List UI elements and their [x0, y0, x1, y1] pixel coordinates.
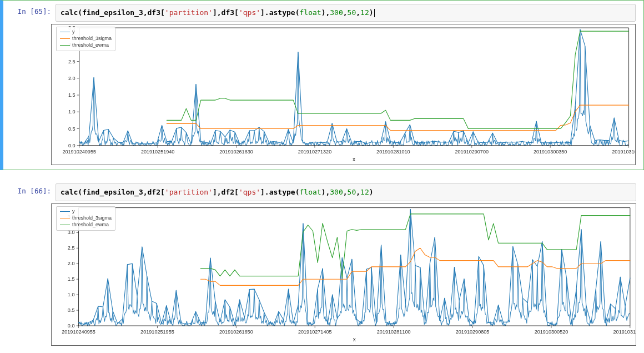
code-token: 'qps': [239, 8, 260, 17]
svg-text:2.0: 2.0: [68, 261, 75, 266]
svg-text:2.5: 2.5: [68, 59, 76, 64]
svg-text:x: x: [353, 156, 355, 162]
svg-text:201910310315: 201910310315: [613, 329, 636, 335]
code-token: float: [300, 188, 321, 196]
legend-swatch: [60, 225, 70, 225]
svg-text:1.5: 1.5: [68, 92, 76, 98]
notebook-cell[interactable]: In [66]:calc(find_epsilon_3,df2['partiti…: [0, 180, 644, 350]
code-token: 'partition': [165, 188, 213, 196]
svg-text:0.5: 0.5: [68, 307, 75, 313]
svg-text:201910261630: 201910261630: [219, 149, 253, 155]
legend-swatch: [60, 45, 70, 46]
legend-swatch: [60, 32, 70, 32]
svg-text:0.0: 0.0: [68, 143, 76, 148]
legend-swatch: [60, 218, 70, 218]
legend-label: threshold_ewma: [72, 221, 109, 228]
code-input[interactable]: calc(find_epsilon_3,df2['partition'],df2…: [56, 183, 636, 201]
legend-label: y: [72, 208, 75, 215]
code-token: ],df3[: [213, 8, 239, 17]
code-token: ): [369, 188, 374, 196]
svg-text:201910251940: 201910251940: [141, 149, 174, 155]
code-token: 'qps': [239, 188, 260, 196]
code-token: ),: [321, 8, 330, 17]
legend-swatch: [60, 211, 70, 212]
legend-label: threshold_3sigma: [72, 215, 112, 221]
svg-text:201910271320: 201910271320: [298, 149, 331, 155]
svg-text:x: x: [353, 336, 356, 342]
svg-text:201910240955: 201910240955: [62, 149, 95, 155]
legend-item: threshold_ewma: [60, 221, 112, 228]
chart-legend: ythreshold_3sigmathreshold_ewma: [56, 27, 115, 51]
notebook-cell[interactable]: In [65]:calc(find_epsilon_3,df3['partiti…: [0, 0, 644, 170]
legend-label: threshold_3sigma: [72, 35, 112, 42]
legend-item: threshold_3sigma: [60, 215, 112, 221]
svg-text:0.0: 0.0: [68, 323, 75, 329]
code-token: ].astype(: [260, 8, 299, 17]
svg-text:2.0: 2.0: [68, 76, 76, 81]
code-token: ),: [321, 188, 330, 196]
legend-item: y: [60, 28, 112, 35]
svg-text:1.0: 1.0: [68, 109, 76, 115]
svg-text:201910310200: 201910310200: [612, 149, 635, 155]
svg-text:201910261650: 201910261650: [219, 329, 253, 335]
legend-label: y: [72, 28, 75, 35]
code-token: ): [369, 8, 374, 17]
code-token: ,: [356, 188, 360, 196]
legend-item: threshold_ewma: [60, 42, 112, 48]
legend-label: threshold_ewma: [72, 42, 109, 48]
svg-text:201910290700: 201910290700: [455, 149, 489, 155]
cell-prompt: In [66]:: [3, 183, 56, 195]
code-token: calc(find_epsilon_3,df2[: [61, 188, 165, 196]
svg-text:201910251955: 201910251955: [140, 329, 174, 335]
svg-text:201910300350: 201910300350: [534, 149, 567, 155]
code-token: ],df2[: [213, 188, 239, 196]
code-token: calc(find_epsilon_3,df3[: [61, 8, 165, 17]
chart-legend: ythreshold_3sigmathreshold_ewma: [56, 206, 115, 231]
svg-text:201910300520: 201910300520: [535, 329, 568, 335]
svg-text:201910290805: 201910290805: [456, 329, 490, 335]
code-input[interactable]: calc(find_epsilon_3,df3['partition'],df3…: [56, 4, 636, 22]
code-token: ,: [343, 188, 348, 196]
code-token: 12: [360, 8, 369, 17]
chart-output: 0.00.51.01.52.02.53.03.52019102409552019…: [51, 203, 636, 346]
code-token: 50: [348, 188, 356, 196]
legend-swatch: [60, 38, 70, 39]
svg-text:0.5: 0.5: [68, 126, 76, 132]
svg-text:1.5: 1.5: [68, 276, 75, 282]
chart-output: 0.00.51.01.52.02.53.03.52019102409552019…: [51, 24, 636, 165]
code-token: 50: [348, 8, 356, 17]
code-token: ].astype(: [260, 188, 299, 196]
svg-text:2.5: 2.5: [68, 245, 75, 251]
code-token: ,: [343, 8, 348, 17]
legend-item: threshold_3sigma: [60, 35, 112, 42]
code-token: 300: [330, 8, 343, 17]
svg-text:201910281100: 201910281100: [377, 329, 411, 335]
code-token: 'partition': [165, 8, 213, 17]
code-token: 300: [330, 188, 343, 196]
svg-text:201910271405: 201910271405: [298, 329, 332, 335]
legend-item: y: [60, 208, 112, 215]
svg-text:201910281010: 201910281010: [376, 149, 410, 155]
code-token: ,: [356, 8, 360, 17]
text-cursor: [374, 9, 375, 17]
svg-text:1.0: 1.0: [68, 292, 75, 297]
code-token: float: [300, 8, 321, 17]
cell-prompt: In [65]:: [3, 4, 56, 16]
svg-text:201910240955: 201910240955: [62, 329, 95, 335]
code-token: 12: [360, 188, 369, 196]
